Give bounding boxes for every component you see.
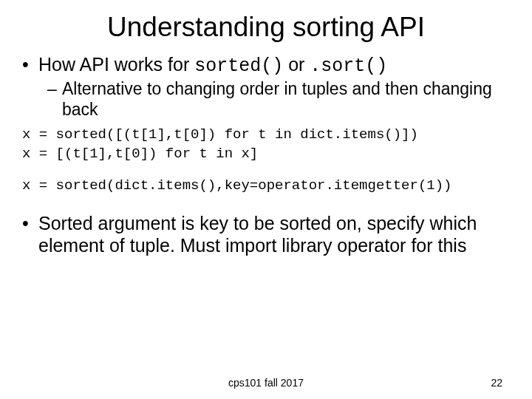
code-block-1: x = sorted([(t[1],t[0]) for t in dict.it… bbox=[22, 126, 510, 163]
code-sorted: sorted() bbox=[194, 55, 283, 77]
sub-bullet-alternative: Alternative to changing order in tuples … bbox=[22, 79, 510, 120]
code-sort: .sort() bbox=[310, 55, 387, 77]
bullet-list: How API works for sorted() or .sort() Al… bbox=[22, 53, 510, 120]
slide-title: Understanding sorting API bbox=[22, 12, 510, 43]
bullet-api-text2: or bbox=[283, 54, 310, 75]
bullet-list-2: Sorted argument is key to be sorted on, … bbox=[22, 212, 510, 256]
footer-course: cps101 fall 2017 bbox=[0, 377, 532, 389]
code-block-2: x = sorted(dict.items(),key=operator.ite… bbox=[22, 177, 510, 196]
slide: Understanding sorting API How API works … bbox=[0, 0, 532, 399]
bullet-api-text1: How API works for bbox=[38, 54, 194, 75]
bullet-sorted-arg: Sorted argument is key to be sorted on, … bbox=[22, 212, 510, 256]
slide-number: 22 bbox=[491, 377, 502, 389]
bullet-api: How API works for sorted() or .sort() bbox=[22, 53, 510, 78]
